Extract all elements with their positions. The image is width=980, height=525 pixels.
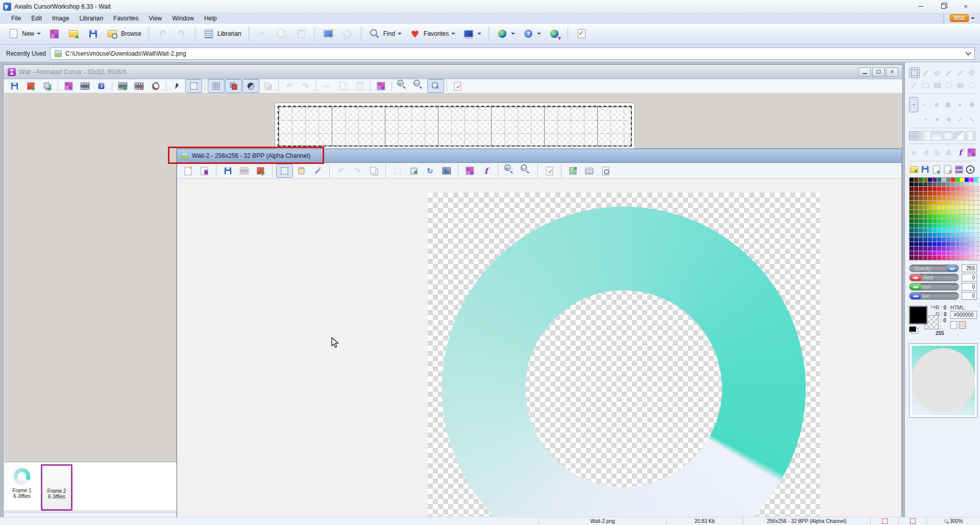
menu-edit[interactable]: Edit [26, 14, 47, 23]
palette-color[interactable] [933, 237, 937, 242]
palette-color[interactable] [919, 224, 923, 228]
rotate-icon[interactable] [422, 164, 438, 177]
menu-help[interactable]: Help [199, 14, 222, 23]
palette-color[interactable] [923, 214, 927, 219]
size-3-tool[interactable] [943, 100, 953, 110]
palette-color[interactable] [965, 192, 969, 196]
palette-color[interactable] [923, 205, 927, 209]
palette-color[interactable] [923, 210, 927, 214]
menu-favorites[interactable]: Favorites [108, 14, 143, 23]
blue-slider-knob[interactable]: ◀▶ [910, 293, 922, 299]
palette-color[interactable] [960, 196, 964, 200]
gradient-cylinder-tool[interactable] [965, 131, 975, 140]
zoom-in-icon[interactable] [395, 80, 410, 92]
palette-icon[interactable] [373, 80, 389, 92]
palette-color[interactable] [974, 210, 978, 214]
palette-color[interactable] [960, 224, 964, 228]
palette-color[interactable] [910, 242, 914, 246]
palette-color[interactable] [955, 251, 960, 255]
rectangle-tool[interactable] [921, 80, 932, 90]
palette-color[interactable] [969, 233, 973, 237]
palette-color[interactable] [969, 196, 973, 200]
palette-color[interactable] [914, 178, 918, 182]
red-slider-knob[interactable]: ◀▶ [910, 274, 922, 281]
palette-delete-icon[interactable] [943, 165, 952, 174]
palette-color[interactable] [965, 210, 969, 214]
frame-new-icon[interactable] [23, 80, 39, 92]
palette-color[interactable] [951, 247, 955, 251]
palette-color[interactable] [923, 242, 927, 246]
palette-color[interactable] [914, 228, 918, 232]
palette-color[interactable] [919, 201, 923, 205]
palette-color[interactable] [969, 182, 973, 186]
palette-color[interactable] [942, 219, 946, 223]
palette-color[interactable] [965, 205, 969, 209]
green-value[interactable]: 0 [962, 283, 977, 291]
palette-color[interactable] [937, 256, 941, 260]
palette-color[interactable] [910, 214, 914, 219]
palette-color[interactable] [951, 237, 955, 242]
palette-color[interactable] [910, 196, 914, 200]
palette-color[interactable] [914, 219, 918, 223]
palette-color[interactable] [910, 182, 914, 186]
palette-color[interactable] [919, 210, 923, 214]
palette-color[interactable] [914, 196, 918, 200]
palette-color[interactable] [974, 233, 978, 237]
gradient-horizontal-tool[interactable] [920, 131, 930, 140]
palette-color[interactable] [923, 182, 927, 186]
size-2-tool[interactable] [931, 100, 942, 110]
palette-color[interactable] [969, 219, 973, 223]
rotate-u-tool[interactable]: ∩ [909, 147, 920, 158]
palette-color[interactable] [923, 196, 927, 200]
palette-color[interactable] [969, 247, 973, 251]
image-canvas[interactable] [178, 179, 901, 516]
restore-button[interactable] [932, 1, 954, 13]
palette-color[interactable] [942, 196, 946, 200]
display-mode-icon[interactable] [459, 26, 484, 41]
palette-color[interactable] [955, 196, 960, 200]
palette-color[interactable] [946, 228, 950, 232]
blue-value[interactable]: 0 [962, 292, 977, 300]
palette-color[interactable] [960, 247, 964, 251]
palette-color[interactable] [933, 205, 937, 209]
text-tool[interactable]: A [944, 147, 954, 158]
palette-color[interactable] [960, 192, 964, 196]
palette-color[interactable] [919, 247, 923, 251]
palette-color[interactable] [910, 210, 914, 214]
palette-color[interactable] [928, 214, 932, 219]
palette-color[interactable] [946, 224, 950, 228]
zoom-select-icon[interactable] [427, 79, 444, 93]
palette-color[interactable] [937, 251, 941, 255]
menu-image[interactable]: Image [47, 14, 74, 23]
palette-color[interactable] [928, 224, 932, 228]
layers-toggle-icon[interactable] [225, 79, 242, 93]
palette-color[interactable] [946, 192, 950, 196]
palette-color[interactable] [928, 228, 932, 232]
palette-color[interactable] [923, 237, 927, 242]
palette-color[interactable] [933, 182, 937, 186]
gradient-diagonal-tool[interactable] [954, 131, 964, 140]
palette-color[interactable] [951, 205, 955, 209]
rounded-rectangle-tool[interactable] [967, 80, 977, 90]
palette-open-icon[interactable] [910, 165, 918, 174]
palette-color[interactable] [910, 178, 914, 182]
palette-color[interactable] [919, 233, 923, 237]
palette-color[interactable] [946, 187, 950, 191]
wait-restore-button[interactable] [872, 67, 885, 77]
palette-color[interactable] [933, 187, 937, 191]
palette-color[interactable] [974, 187, 978, 191]
palette-color[interactable] [923, 187, 927, 191]
menu-window[interactable]: Window [167, 14, 199, 23]
palette-color[interactable] [933, 224, 937, 228]
palette-color[interactable] [933, 210, 937, 214]
palette-color[interactable] [937, 187, 941, 191]
preview-icon[interactable] [598, 164, 614, 177]
grid-toggle-icon[interactable] [208, 79, 225, 93]
palette-color[interactable] [955, 192, 960, 196]
palette-color[interactable] [923, 233, 927, 237]
palette-color[interactable] [955, 233, 960, 237]
palette-color[interactable] [974, 228, 978, 232]
palette-color[interactable] [919, 178, 923, 182]
zoom-out-icon[interactable] [518, 164, 534, 177]
palette-tool[interactable] [967, 147, 977, 158]
